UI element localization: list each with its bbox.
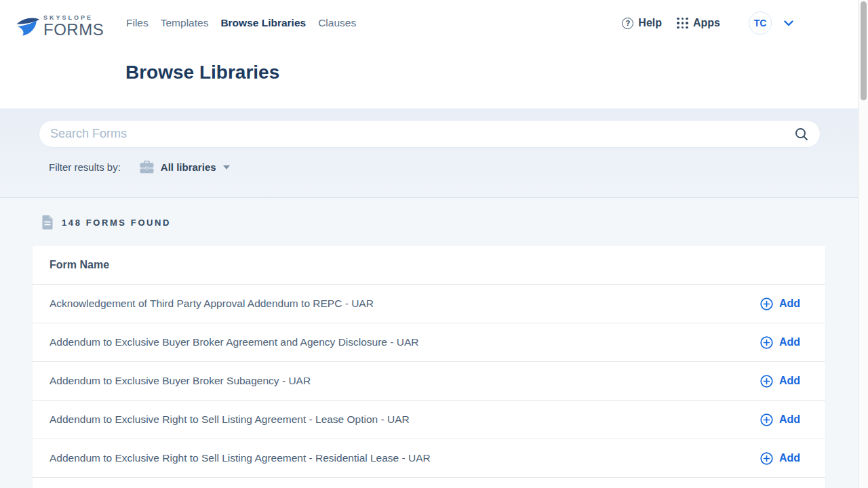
help-button[interactable]: ? Help [622, 17, 662, 29]
table-row: Addendum to Exclusive Buyer Broker Agree… [33, 323, 825, 362]
form-name: Addendum to Exclusive Right to Sell List… [50, 413, 410, 426]
table-body: Acknowledgement of Third Party Approval … [33, 285, 825, 478]
help-icon: ? [622, 18, 633, 29]
page-title: Browse Libraries [125, 62, 279, 83]
results-count-row: 148 FORMS FOUND [41, 215, 171, 230]
add-form-button[interactable]: Add [760, 375, 800, 388]
app-header: SKYSLOPE FORMS Files Templates Browse Li… [0, 0, 858, 108]
help-label: Help [638, 17, 662, 29]
forms-table: Form Name Acknowledgement of Third Party… [33, 246, 825, 488]
main-content: SKYSLOPE FORMS Files Templates Browse Li… [0, 0, 858, 488]
plus-circle-icon [760, 336, 773, 349]
add-label: Add [779, 298, 800, 310]
form-name: Acknowledgement of Third Party Approval … [50, 298, 374, 310]
nav-item[interactable]: Templates [161, 17, 209, 29]
search-section: Filter results by: All libraries [0, 108, 858, 198]
search-icon[interactable] [794, 127, 809, 142]
nav-item[interactable]: Browse Libraries [220, 17, 306, 29]
results-section: 148 FORMS FOUND Form Name Acknowledgemen… [0, 198, 858, 488]
apps-label: Apps [693, 17, 720, 29]
nav-item[interactable]: Files [126, 17, 149, 29]
apps-grid-icon [677, 18, 688, 29]
form-name: Addendum to Exclusive Buyer Broker Subag… [50, 375, 311, 387]
add-form-button[interactable]: Add [760, 298, 800, 310]
logo-text: SKYSLOPE FORMS [43, 15, 104, 38]
filter-label: Filter results by: [49, 161, 121, 173]
add-form-button[interactable]: Add [760, 336, 800, 349]
nav-item[interactable]: Clauses [318, 17, 356, 29]
caret-down-icon [223, 165, 230, 169]
document-icon [41, 215, 54, 230]
filter-row: Filter results by: All libraries [49, 161, 230, 174]
header-actions: ? Help Apps TC [622, 11, 793, 35]
table-row: Addendum to Exclusive Buyer Broker Subag… [33, 362, 825, 401]
skyslope-forms-logo[interactable]: SKYSLOPE FORMS [15, 15, 104, 38]
library-filter-dropdown[interactable]: All libraries [140, 161, 230, 174]
forms-found-count: 148 FORMS FOUND [62, 218, 171, 228]
avatar[interactable]: TC [749, 12, 772, 35]
top-bar: SKYSLOPE FORMS Files Templates Browse Li… [0, 0, 858, 46]
plus-circle-icon [760, 452, 773, 465]
vertical-scrollbar[interactable] [858, 0, 868, 488]
table-row: Addendum to Exclusive Right to Sell List… [33, 439, 825, 478]
add-label: Add [779, 413, 800, 426]
library-filter-value: All libraries [161, 161, 216, 173]
form-name-column-header: Form Name [50, 259, 109, 271]
briefcase-icon [140, 161, 154, 174]
apps-button[interactable]: Apps [662, 17, 720, 29]
table-row: Addendum to Exclusive Right to Sell List… [33, 401, 825, 439]
add-form-button[interactable]: Add [760, 452, 800, 465]
add-form-button[interactable]: Add [760, 413, 800, 426]
chevron-down-icon[interactable] [784, 20, 793, 26]
add-label: Add [779, 452, 800, 464]
add-label: Add [779, 375, 800, 387]
search-bar [39, 120, 821, 148]
plus-circle-icon [760, 375, 773, 388]
page: SKYSLOPE FORMS Files Templates Browse Li… [0, 0, 868, 488]
main-nav: Files Templates Browse Libraries Clauses [126, 17, 356, 29]
plus-circle-icon [760, 413, 773, 426]
skyslope-swoosh-icon [15, 16, 41, 37]
account-menu[interactable]: TC [749, 12, 793, 35]
table-header-row: Form Name [33, 246, 825, 285]
form-name: Addendum to Exclusive Buyer Broker Agree… [50, 336, 418, 348]
table-row: Acknowledgement of Third Party Approval … [33, 285, 825, 323]
add-label: Add [779, 336, 800, 348]
form-name: Addendum to Exclusive Right to Sell List… [50, 452, 431, 464]
scrollbar-thumb[interactable] [861, 1, 867, 100]
logo-forms-label: FORMS [43, 22, 104, 38]
plus-circle-icon [760, 298, 773, 310]
search-input[interactable] [50, 127, 794, 141]
